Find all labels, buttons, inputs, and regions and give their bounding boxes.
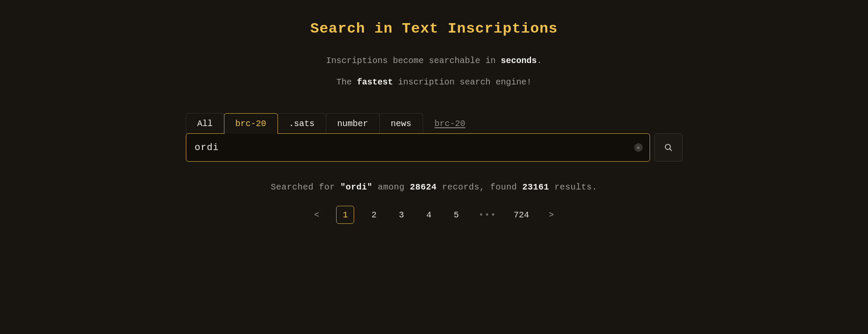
search-input-box: ✕	[186, 133, 650, 162]
search-tabs: All brc-20 .sats number news brc-20	[186, 113, 683, 134]
status-found: 23161	[522, 182, 549, 192]
search-input[interactable]	[195, 142, 626, 153]
page-next-button[interactable]: >	[544, 206, 559, 224]
svg-line-1	[669, 149, 671, 150]
text: results.	[549, 182, 597, 192]
tab-sats[interactable]: .sats	[277, 113, 326, 134]
text: among	[373, 182, 410, 192]
page-ellipsis: •••	[476, 206, 499, 224]
page-5-button[interactable]: 5	[448, 206, 464, 224]
page-1-button[interactable]: 1	[336, 206, 354, 224]
text: The	[336, 77, 357, 87]
page-2-button[interactable]: 2	[366, 206, 382, 224]
brc20-link[interactable]: brc-20	[435, 119, 465, 129]
search-icon	[664, 143, 673, 152]
status-total: 28624	[410, 182, 437, 192]
text-bold: fastest	[357, 77, 393, 87]
page-prev-button[interactable]: <	[309, 206, 324, 224]
subtitle: Inscriptions become searchable in second…	[326, 54, 542, 89]
text: records, found	[437, 182, 522, 192]
status-term: "ordi"	[340, 182, 373, 192]
clear-input-button[interactable]: ✕	[634, 143, 643, 152]
page-3-button[interactable]: 3	[394, 206, 409, 224]
page-4-button[interactable]: 4	[421, 206, 436, 224]
search-status: Searched for "ordi" among 28624 records,…	[271, 182, 597, 192]
text-bold: seconds	[501, 56, 537, 66]
text: Searched for	[271, 182, 340, 192]
tab-brc20[interactable]: brc-20	[224, 113, 278, 134]
subtitle-line-2: The fastest inscription search engine!	[326, 75, 542, 89]
page-title: Search in Text Inscriptions	[310, 21, 558, 37]
search-button[interactable]	[654, 133, 683, 162]
search-area: All brc-20 .sats number news brc-20 ✕	[186, 113, 683, 162]
search-input-row: ✕	[186, 134, 683, 162]
pagination: < 1 2 3 4 5 ••• 724 >	[309, 206, 559, 224]
tab-all[interactable]: All	[186, 113, 224, 134]
text: .	[537, 56, 542, 66]
page-last-button[interactable]: 724	[511, 206, 532, 224]
subtitle-line-1: Inscriptions become searchable in second…	[326, 54, 542, 68]
tab-news[interactable]: news	[379, 113, 423, 134]
text: inscription search engine!	[393, 77, 531, 87]
tab-number[interactable]: number	[326, 113, 380, 134]
close-icon: ✕	[637, 144, 640, 151]
text: Inscriptions become searchable in	[326, 56, 501, 66]
